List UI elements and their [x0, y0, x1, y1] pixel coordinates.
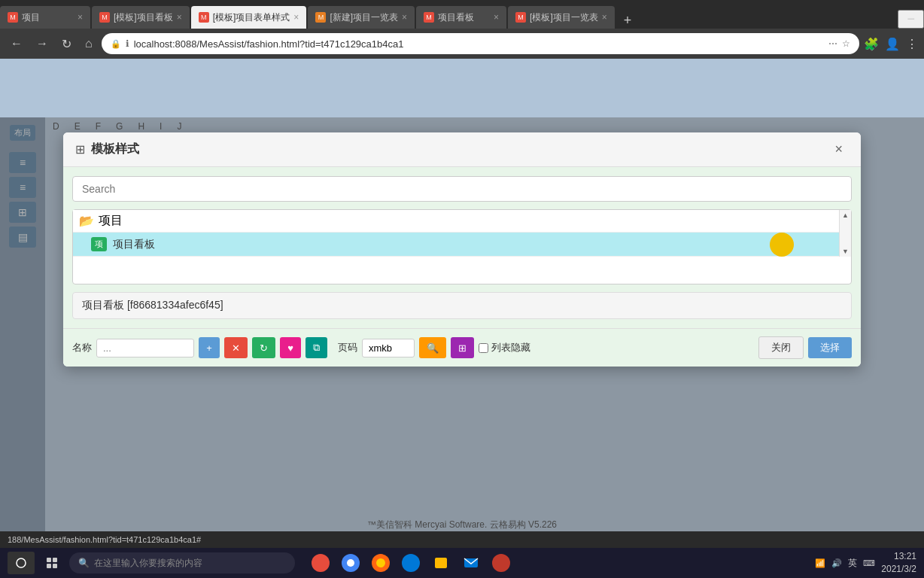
taskbar-search[interactable]: 🔍 在这里输入你要搜索的内容	[69, 552, 295, 573]
taskbar-app-chrome[interactable]	[337, 549, 364, 576]
keyboard-icon: ⌨	[863, 558, 875, 568]
taskbar-search-icon: 🔍	[78, 558, 90, 568]
scrollbar[interactable]: ▲ ▼	[839, 210, 851, 257]
tab-6-favicon: M	[515, 12, 526, 23]
home-button[interactable]: ⌂	[81, 35, 97, 52]
tab-2-close[interactable]: ×	[173, 12, 182, 23]
svg-point-5	[312, 554, 330, 572]
tab-4-label: [新建]项目一览表	[330, 11, 398, 24]
modal-title-icon: ⊞	[75, 142, 85, 157]
tab-1-label: 项目	[22, 11, 40, 24]
hide-checkbox-label[interactable]: 列表隐藏	[479, 341, 530, 354]
svg-rect-11	[435, 558, 447, 568]
ime-icon: 英	[848, 557, 857, 570]
taskbar-apps	[307, 549, 515, 576]
clock-time: 13:21	[881, 550, 916, 563]
status-bar: 188/MesAssist/fashion.html?tid=t471c129c…	[0, 531, 924, 548]
name-label: 名称	[72, 341, 92, 354]
tab-6-label: [模板]项目一览表	[530, 11, 598, 24]
page-label: 页码	[338, 341, 357, 354]
taskbar-app-circle[interactable]	[307, 549, 334, 576]
grid-view-button[interactable]: ⊞	[451, 337, 474, 358]
template-item-name: 项目看板	[113, 238, 155, 251]
forward-button[interactable]: →	[32, 35, 53, 52]
tab-3-close[interactable]: ×	[290, 12, 299, 23]
hide-checkbox[interactable]	[479, 343, 488, 353]
template-info-text: 项目看板 [f86681334afec6f45]	[82, 299, 223, 311]
modal-close-button[interactable]: ×	[828, 140, 849, 159]
volume-icon: 🔊	[831, 558, 842, 568]
tab-3[interactable]: M [模板]项目表单样式 ×	[191, 6, 307, 29]
bookmark-icon[interactable]: ⋯	[828, 38, 837, 49]
tab-4-close[interactable]: ×	[398, 12, 407, 23]
taskbar-app-game[interactable]	[488, 549, 515, 576]
menu-icon[interactable]: ⋮	[906, 37, 918, 51]
taskbar-app-firefox[interactable]	[367, 549, 394, 576]
copy-button[interactable]: ⧉	[305, 337, 327, 358]
modal-title: 模板样式	[91, 141, 822, 157]
svg-rect-4	[53, 564, 57, 568]
template-list-content: 📂 项目 项 项目看板	[73, 210, 839, 257]
scroll-up-icon[interactable]: ▲	[842, 211, 849, 219]
taskbar-app-files[interactable]	[427, 549, 454, 576]
scroll-down-icon[interactable]: ▼	[842, 248, 849, 255]
search-page-button[interactable]: 🔍	[419, 337, 446, 358]
tab-5-close[interactable]: ×	[490, 12, 499, 23]
back-button[interactable]: ←	[6, 35, 27, 52]
address-text: localhost:8088/MesAssist/fashion.html?ti…	[134, 38, 824, 50]
start-button[interactable]	[8, 552, 35, 574]
refresh-button[interactable]: ↻	[57, 35, 76, 53]
svg-rect-1	[47, 558, 51, 562]
tab-5[interactable]: M 项目看板 ×	[416, 6, 506, 29]
template-list-item[interactable]: 项 项目看板	[73, 233, 839, 257]
clock-date: 2021/3/2	[881, 563, 916, 576]
close-button[interactable]: 关闭	[758, 336, 804, 359]
tab-bar: M 项目 × M [模板]项目看板 × M [模板]项目表单样式 × M [新建…	[0, 0, 924, 29]
tab-3-label: [模板]项目表单样式	[213, 11, 290, 24]
template-item-icon: 项	[91, 237, 107, 251]
status-url: 188/MesAssist/fashion.html?tid=t471c129c…	[8, 535, 201, 544]
taskbar-app-edge[interactable]	[397, 549, 424, 576]
template-folder[interactable]: 📂 项目	[73, 210, 839, 233]
svg-point-7	[347, 559, 354, 567]
name-input[interactable]	[96, 339, 194, 357]
hide-label-text: 列表隐藏	[491, 341, 530, 354]
modal-dialog: ⊞ 模板样式 × 📂 项目	[63, 132, 861, 367]
profile-icon[interactable]: 👤	[885, 37, 900, 51]
search-input[interactable]	[72, 176, 852, 202]
modal-header: ⊞ 模板样式 ×	[63, 132, 861, 167]
task-view-button[interactable]	[41, 552, 63, 574]
tab-1-close[interactable]: ×	[74, 12, 83, 23]
tab-3-favicon: M	[199, 12, 209, 23]
favorite-button[interactable]: ♥	[280, 337, 301, 358]
delete-button[interactable]: ✕	[224, 337, 248, 358]
info-icon: ℹ	[126, 38, 129, 49]
tab-4[interactable]: M [新建]项目一览表 ×	[308, 6, 415, 29]
new-tab-button[interactable]: +	[616, 13, 640, 29]
taskbar-right: 📶 🔊 英 ⌨ 13:21 2021/3/2	[815, 550, 916, 576]
minimize-button[interactable]: −	[898, 10, 924, 29]
template-list-with-scroll: 📂 项目 项 项目看板 ▲ ▼	[73, 210, 851, 257]
address-bar[interactable]: 🔒 ℹ localhost:8088/MesAssist/fashion.htm…	[102, 33, 859, 54]
page-input[interactable]	[362, 339, 415, 357]
taskbar-app-mail[interactable]	[457, 549, 485, 576]
clock: 13:21 2021/3/2	[881, 550, 916, 576]
taskbar-search-placeholder: 在这里输入你要搜索的内容	[94, 557, 202, 570]
bookmark-star-icon[interactable]: ☆	[842, 38, 850, 49]
tab-1[interactable]: M 项目 ×	[0, 6, 90, 29]
template-info: 项目看板 [f86681334afec6f45]	[72, 292, 852, 319]
tab-2[interactable]: M [模板]项目看板 ×	[92, 6, 190, 29]
svg-point-10	[402, 554, 420, 572]
tab-6[interactable]: M [模板]项目一览表 ×	[508, 6, 615, 29]
select-button[interactable]: 选择	[808, 337, 852, 358]
toolbar-right: 🧩 👤 ⋮	[864, 37, 918, 51]
tab-4-favicon: M	[315, 12, 326, 23]
tab-2-label: [模板]项目看板	[114, 11, 173, 24]
tab-6-close[interactable]: ×	[598, 12, 607, 23]
refresh-button-footer[interactable]: ↻	[252, 337, 275, 358]
svg-point-13	[492, 554, 510, 572]
extensions-icon[interactable]: 🧩	[864, 37, 879, 51]
add-button[interactable]: +	[199, 337, 220, 358]
lock-icon: 🔒	[111, 39, 121, 49]
svg-rect-2	[53, 558, 57, 562]
